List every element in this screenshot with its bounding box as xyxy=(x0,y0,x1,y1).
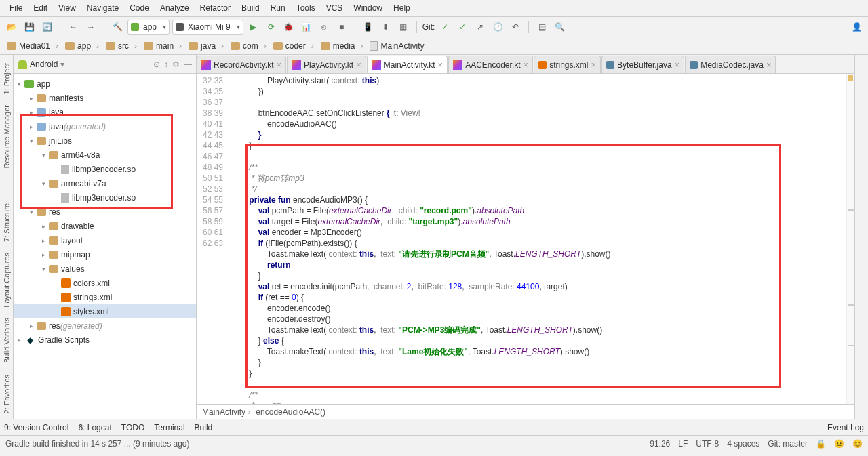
expand-icon[interactable]: ↕ xyxy=(164,60,168,69)
structure-tool[interactable]: 7: Structure xyxy=(3,203,11,242)
build-variants-tool[interactable]: Build Variants xyxy=(3,318,11,363)
tree-item-colors.xml[interactable]: colors.xml xyxy=(14,276,196,290)
crumb-MainActivity[interactable]: MainActivity xyxy=(367,40,432,52)
close-icon[interactable]: × xyxy=(524,60,529,70)
caret-position[interactable]: 91:26 xyxy=(650,439,670,449)
vcs-commit-icon[interactable]: ✓ xyxy=(455,20,470,35)
rollback-icon[interactable]: ↶ xyxy=(508,20,523,35)
vcs-push-icon[interactable]: ↗ xyxy=(473,20,488,35)
tree-item-values[interactable]: ▾values xyxy=(14,262,196,276)
close-icon[interactable]: × xyxy=(591,60,596,70)
search-icon[interactable]: 🔍 xyxy=(552,20,567,35)
profile-icon[interactable]: 📊 xyxy=(299,20,314,35)
debug-icon[interactable]: 🐞 xyxy=(281,20,296,35)
locate-icon[interactable]: ⊙ xyxy=(153,60,160,69)
sync-icon[interactable]: 🔄 xyxy=(39,20,54,35)
crumb-coder[interactable]: coder xyxy=(271,40,317,52)
crumb-main[interactable]: main xyxy=(141,40,184,52)
hide-icon[interactable]: — xyxy=(184,60,192,69)
menu-vcs[interactable]: VCS xyxy=(321,1,349,15)
crumb-media[interactable]: media xyxy=(318,40,366,52)
crumb-app[interactable]: app xyxy=(62,40,102,52)
tool-6Logcat[interactable]: 6: Logcat xyxy=(78,423,111,432)
tree-item-libmp3encoder.so[interactable]: libmp3encoder.so xyxy=(14,162,196,176)
tree-item-armeabi-v7a[interactable]: ▾armeabi-v7a xyxy=(14,176,196,190)
stop-icon[interactable]: ■ xyxy=(334,20,349,35)
tab-MediaCodec.java[interactable]: MediaCodec.java× xyxy=(685,56,776,73)
menu-analyze[interactable]: Analyze xyxy=(155,1,195,15)
editor-crumb-encodeAudioAAC()[interactable]: encodeAudioAAC() xyxy=(256,407,326,417)
tree-item-mipmap[interactable]: ▸mipmap xyxy=(14,247,196,262)
tool-9VersionControl[interactable]: 9: Version Control xyxy=(4,423,68,432)
project-tool[interactable]: 1: Project xyxy=(3,63,11,94)
menu-edit[interactable]: Edit xyxy=(28,1,53,15)
indent[interactable]: 4 spaces xyxy=(727,439,760,449)
tree-item-libmp3encoder.so[interactable]: libmp3encoder.so xyxy=(14,190,196,205)
captures-tool[interactable]: Layout Captures xyxy=(3,253,11,308)
hammer-icon[interactable]: 🔨 xyxy=(110,20,125,35)
menu-run[interactable]: Run xyxy=(265,1,291,15)
close-icon[interactable]: × xyxy=(438,60,443,70)
tree-item-app[interactable]: ▾app xyxy=(14,77,196,91)
tree-item-strings.xml[interactable]: strings.xml xyxy=(14,290,196,304)
menu-navigate[interactable]: Navigate xyxy=(81,1,124,15)
close-icon[interactable]: × xyxy=(675,60,680,70)
tree-item-java[interactable]: ▸java xyxy=(14,105,196,119)
tree-item-Gradle Scripts[interactable]: ▸◆Gradle Scripts xyxy=(14,333,196,347)
run-icon[interactable]: ▶ xyxy=(246,20,261,35)
forward-icon[interactable]: → xyxy=(83,20,98,35)
structure-icon[interactable]: ▤ xyxy=(534,20,549,35)
crumb-com[interactable]: com xyxy=(228,40,269,52)
history-icon[interactable]: 🕐 xyxy=(490,20,505,35)
resource-manager-tool[interactable]: Resource Manager xyxy=(3,105,11,169)
open-icon[interactable]: 📂 xyxy=(4,20,19,35)
tab-RecordActivity.kt[interactable]: RecordActivity.kt× xyxy=(197,56,286,73)
close-icon[interactable]: × xyxy=(356,60,361,70)
crumb-src[interactable]: src xyxy=(103,40,140,52)
tree-item-layout[interactable]: ▸layout xyxy=(14,233,196,247)
menu-window[interactable]: Window xyxy=(348,1,388,15)
tab-strings.xml[interactable]: strings.xml× xyxy=(534,56,601,73)
encoding[interactable]: UTF-8 xyxy=(696,439,719,449)
tab-MainActivity.kt[interactable]: MainActivity.kt× xyxy=(367,56,448,73)
tree-item-arm64-v8a[interactable]: ▾arm64-v8a xyxy=(14,148,196,162)
git-branch[interactable]: Git: master xyxy=(768,439,808,449)
notify-icon[interactable]: 😊 xyxy=(852,439,863,449)
crumb-java[interactable]: java xyxy=(186,40,226,52)
tool-Build[interactable]: Build xyxy=(195,423,213,432)
user-icon[interactable]: 👤 xyxy=(849,20,864,35)
tool-Terminal[interactable]: Terminal xyxy=(154,423,184,432)
tree-item-manifests[interactable]: ▸manifests xyxy=(14,91,196,105)
back-icon[interactable]: ← xyxy=(66,20,81,35)
menu-build[interactable]: Build xyxy=(236,1,265,15)
menu-code[interactable]: Code xyxy=(124,1,155,15)
save-icon[interactable]: 💾 xyxy=(22,20,37,35)
editor-crumb-MainActivity[interactable]: MainActivity xyxy=(202,407,250,417)
menu-refactor[interactable]: Refactor xyxy=(195,1,236,15)
sdk-icon[interactable]: ⬇ xyxy=(378,20,393,35)
menu-view[interactable]: View xyxy=(53,1,81,15)
avd-icon[interactable]: 📱 xyxy=(361,20,376,35)
close-icon[interactable]: × xyxy=(276,60,281,70)
tab-PlayActivity.kt[interactable]: PlayActivity.kt× xyxy=(287,56,366,73)
project-tree[interactable]: ▾app▸manifests▸java▸java (generated)▾jni… xyxy=(14,74,196,419)
run-config-select[interactable]: app xyxy=(127,20,170,35)
tree-item-drawable[interactable]: ▸drawable xyxy=(14,219,196,233)
crumb-Media01[interactable]: Media01 xyxy=(4,40,61,52)
memory-icon[interactable]: 😐 xyxy=(834,439,844,449)
device-select[interactable]: Xiaomi Mi 9 xyxy=(172,20,243,35)
menu-help[interactable]: Help xyxy=(388,1,416,15)
tree-item-styles.xml[interactable]: styles.xml xyxy=(14,304,196,318)
lock-icon[interactable]: 🔒 xyxy=(816,439,826,449)
vcs-update-icon[interactable]: ✓ xyxy=(437,20,452,35)
code-editor[interactable]: PlayActivity.start( context: this) }) bt… xyxy=(229,74,846,404)
tool-TODO[interactable]: TODO xyxy=(121,423,144,432)
event-log[interactable]: Event Log xyxy=(827,423,864,432)
attach-icon[interactable]: ⎋ xyxy=(317,20,332,35)
tree-item-jniLibs[interactable]: ▾jniLibs xyxy=(14,133,196,148)
apply-changes-icon[interactable]: ⟳ xyxy=(264,20,279,35)
settings-icon[interactable]: ⚙ xyxy=(172,60,180,69)
layout-icon[interactable]: ▦ xyxy=(396,20,411,35)
tab-ByteBuffer.java[interactable]: ByteBuffer.java× xyxy=(601,56,684,73)
favorites-tool[interactable]: 2: Favorites xyxy=(3,375,11,413)
